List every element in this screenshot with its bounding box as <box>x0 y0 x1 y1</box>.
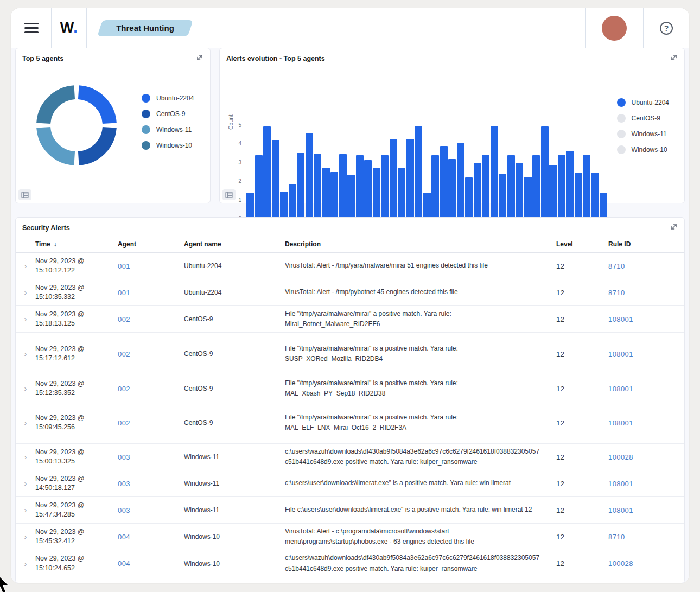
column-header-description[interactable]: Description <box>285 240 556 248</box>
legend-item-Windows-10[interactable]: Windows-10 <box>142 141 194 150</box>
chevron-right-icon[interactable]: › <box>24 506 27 514</box>
chevron-right-icon[interactable]: › <box>24 384 27 392</box>
cell-description: File "/tmp/yara/malware/mirai" is a posi… <box>285 412 556 433</box>
agent-id-link[interactable]: 002 <box>118 350 130 358</box>
bar <box>263 126 271 224</box>
donut-segment-Windows-10[interactable] <box>43 92 74 123</box>
expand-icon[interactable] <box>195 53 205 63</box>
rule-id-link[interactable]: 108001 <box>608 419 633 427</box>
legend-item-Windows-11[interactable]: Windows-11 <box>142 125 194 134</box>
chevron-right-icon[interactable]: › <box>24 418 27 427</box>
rule-id-link[interactable]: 108001 <box>608 480 633 488</box>
legend-item-CentOS-9[interactable]: CentOS-9 <box>617 114 669 123</box>
agent-id-link[interactable]: 003 <box>118 506 130 514</box>
chevron-right-icon[interactable]: › <box>24 262 27 270</box>
column-header-rule-id[interactable]: Rule ID <box>608 240 684 248</box>
menu-hamburger-icon[interactable] <box>24 23 39 33</box>
legend-dot <box>617 98 626 107</box>
rule-id-link[interactable]: 8710 <box>608 289 625 297</box>
rule-id-link[interactable]: 108001 <box>608 315 633 323</box>
rule-id-link[interactable]: 108001 <box>608 385 633 393</box>
legend-item-CentOS-9[interactable]: CentOS-9 <box>142 110 194 118</box>
bar <box>507 155 515 224</box>
legend-item-Ubuntu-2204[interactable]: Ubuntu-2204 <box>617 98 669 107</box>
bar <box>516 163 523 224</box>
expand-icon[interactable] <box>669 53 679 63</box>
inspect-table-icon[interactable] <box>222 189 236 200</box>
agent-id-link[interactable]: 002 <box>118 315 130 323</box>
chevron-right-icon[interactable]: › <box>24 479 27 487</box>
cell-description: VirusTotal: Alert - /tmp/pybotnet 45 eng… <box>285 287 556 297</box>
donut-segment-Ubuntu-2204[interactable] <box>79 92 110 123</box>
bar <box>549 165 557 224</box>
column-header-level[interactable]: Level <box>556 240 608 248</box>
row-expand-cell: › <box>16 418 35 427</box>
y-tick: 1 <box>238 197 241 203</box>
rule-id-link[interactable]: 108001 <box>608 506 633 514</box>
legend-label: CentOS-9 <box>632 114 660 122</box>
chevron-right-icon[interactable]: › <box>24 288 27 296</box>
chevron-right-icon[interactable]: › <box>24 453 27 461</box>
rule-id-link[interactable]: 100028 <box>608 559 633 568</box>
bar <box>314 154 321 224</box>
donut-segment-Windows-11[interactable] <box>43 128 74 158</box>
row-expand-cell: › <box>16 506 35 514</box>
chevron-right-icon[interactable]: › <box>24 532 27 540</box>
cell-agent-name: Ubuntu-2204 <box>184 262 285 270</box>
cell-rule-id: 8710 <box>608 289 684 297</box>
legend-item-Windows-11[interactable]: Windows-11 <box>617 130 669 138</box>
agent-id-link[interactable]: 003 <box>118 480 130 488</box>
bar <box>339 154 347 224</box>
agent-id-link[interactable]: 004 <box>118 559 130 568</box>
bar <box>415 126 422 224</box>
column-header-time[interactable]: Time↓ <box>35 240 118 248</box>
agent-id-link[interactable]: 002 <box>118 419 130 427</box>
bar <box>390 139 397 224</box>
cell-description: File c:\users\user\downloads\limerat.exe… <box>285 505 556 515</box>
column-header-agent-name[interactable]: Agent name <box>184 240 285 248</box>
cell-agent-name: Windows-11 <box>184 480 285 487</box>
agent-id-link[interactable]: 003 <box>118 453 130 461</box>
donut-segment-CentOS-9[interactable] <box>79 128 110 158</box>
top-bar: W. Threat Hunting ? <box>11 8 689 48</box>
cell-time: Nov 29, 2023 @ 15:10:24.652 <box>35 554 118 573</box>
user-avatar[interactable] <box>602 16 627 41</box>
cell-agent-name: CentOS-9 <box>184 315 285 323</box>
agent-id-link[interactable]: 004 <box>118 533 130 541</box>
column-header-agent[interactable]: Agent <box>118 240 184 248</box>
cell-time: Nov 29, 2023 @ 15:45:32.412 <box>35 527 118 546</box>
wazuh-logo[interactable]: W. <box>52 20 86 36</box>
cell-rule-id: 108001 <box>608 506 684 514</box>
breadcrumb[interactable]: Threat Hunting <box>97 20 193 36</box>
row-expand-cell: › <box>16 349 35 358</box>
cell-level: 12 <box>556 350 608 358</box>
donut-legend: Ubuntu-2204CentOS-9Windows-11Windows-10 <box>142 94 194 150</box>
bar <box>457 143 464 224</box>
cell-agent: 001 <box>118 289 184 297</box>
chevron-right-icon[interactable]: › <box>24 349 27 358</box>
legend-item-Windows-10[interactable]: Windows-10 <box>617 145 669 154</box>
rule-id-link[interactable]: 8710 <box>608 533 625 541</box>
sort-desc-icon[interactable]: ↓ <box>54 240 57 248</box>
table-row: ›Nov 29, 2023 @ 15:12:35.352002CentOS-9F… <box>16 375 684 402</box>
help-icon[interactable]: ? <box>660 22 673 35</box>
bar <box>406 139 414 224</box>
rule-id-link[interactable]: 100028 <box>608 453 633 461</box>
cell-agent-name: CentOS-9 <box>184 419 285 427</box>
expand-icon[interactable] <box>669 222 679 232</box>
cell-agent: 002 <box>118 350 184 358</box>
rule-id-link[interactable]: 8710 <box>608 262 625 270</box>
rule-id-link[interactable]: 108001 <box>608 350 633 358</box>
agent-id-link[interactable]: 002 <box>118 385 130 393</box>
row-expand-cell: › <box>16 479 35 488</box>
chevron-right-icon[interactable]: › <box>24 315 27 323</box>
bar <box>491 126 498 224</box>
agent-id-link[interactable]: 001 <box>118 289 130 297</box>
chevron-right-icon[interactable]: › <box>24 559 27 568</box>
legend-item-Ubuntu-2204[interactable]: Ubuntu-2204 <box>142 94 194 103</box>
table-row: ›Nov 29, 2023 @ 15:17:12.612002CentOS-9F… <box>16 333 684 375</box>
agent-id-link[interactable]: 001 <box>118 262 130 270</box>
cell-time: Nov 29, 2023 @ 15:00:13.325 <box>35 448 118 467</box>
cell-description: c:\users\user\downloads\limerat.exe" is … <box>285 478 556 488</box>
inspect-table-icon[interactable] <box>18 189 31 200</box>
